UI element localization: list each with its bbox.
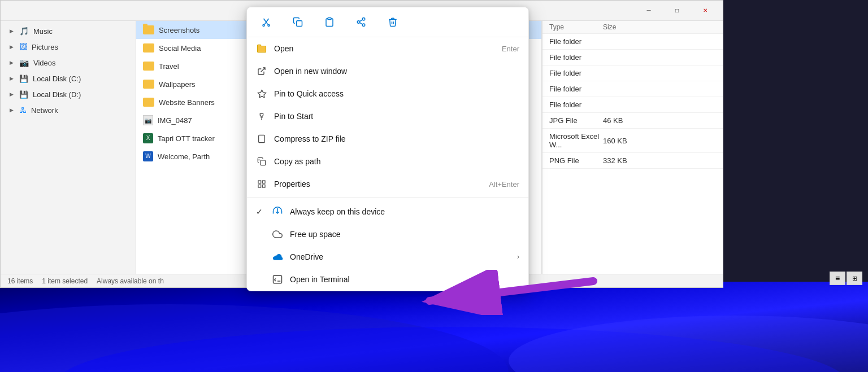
folder-label: Social Media — [159, 44, 201, 52]
chevron-icon: ▶ — [10, 60, 14, 65]
col-type: Type — [549, 23, 603, 31]
folder-label: Tapri OTT tracker — [158, 134, 215, 143]
context-menu-separator — [247, 198, 528, 198]
chevron-icon: ▶ — [10, 76, 14, 81]
svg-point-5 — [357, 21, 360, 24]
ctx-pin-quick-label: Pin to Quick access — [274, 89, 519, 98]
file-list-header: Type Size — [542, 21, 723, 34]
file-row[interactable]: File folder — [542, 97, 723, 113]
selected-count: 1 item selected — [42, 277, 88, 285]
context-menu-toolbar — [247, 7, 528, 37]
copy-path-icon — [256, 156, 267, 167]
file-row[interactable]: File folder — [542, 34, 723, 50]
file-type: File folder — [549, 53, 603, 62]
file-type: PNG File — [549, 156, 603, 165]
close-button[interactable]: ✕ — [692, 2, 718, 20]
ctx-item-pin-start[interactable]: Pin to Start — [247, 105, 528, 128]
sidebar-item-network[interactable]: ▶ 🖧 Network — [1, 102, 136, 118]
folder-label: Wallpapers — [159, 80, 196, 89]
doc-file-icon: W — [143, 151, 153, 161]
minimize-button[interactable]: ─ — [636, 2, 662, 20]
file-row[interactable]: File folder — [542, 81, 723, 97]
svg-point-6 — [362, 24, 365, 27]
list-view-button[interactable]: ≡ — [830, 272, 845, 285]
file-size: 160 KB — [603, 137, 671, 145]
items-count: 16 items — [7, 277, 33, 285]
svg-line-8 — [359, 20, 362, 21]
folder-icon — [143, 98, 154, 107]
ctx-always-keep-label: Always keep on this device — [290, 207, 519, 216]
ctx-free-up-label: Free up space — [290, 230, 519, 239]
sidebar-item-videos[interactable]: ▶ 📷 Videos — [1, 55, 136, 71]
ctx-onedrive-label: OneDrive — [290, 252, 510, 261]
ctx-item-open-new-window[interactable]: Open in new window — [247, 60, 528, 82]
file-size: 46 KB — [603, 116, 671, 125]
file-row[interactable]: JPG File46 KB — [542, 113, 723, 129]
file-type: Microsoft Excel W... — [549, 132, 603, 149]
paste-button[interactable] — [319, 12, 340, 32]
open-folder-icon — [256, 43, 267, 54]
sidebar-item-label: Music — [33, 27, 53, 36]
ctx-item-compress-zip[interactable]: Compress to ZIP file — [247, 128, 528, 150]
ctx-item-onedrive[interactable]: OneDrive › — [247, 246, 528, 268]
svg-rect-20 — [258, 185, 261, 187]
disk-d-icon: 💾 — [19, 90, 28, 99]
file-row[interactable]: PNG File332 KB — [542, 153, 723, 169]
ctx-item-open[interactable]: Open Enter — [247, 37, 528, 60]
sidebar-item-music[interactable]: ▶ 🎵 Music — [1, 23, 136, 39]
network-icon: 🖧 — [19, 106, 27, 115]
folder-icon — [143, 43, 154, 52]
delete-button[interactable] — [383, 12, 403, 32]
image-file-icon: 📷 — [143, 115, 153, 125]
details-view-button[interactable]: ⊞ — [847, 272, 862, 285]
ctx-item-pin-quick-access[interactable]: Pin to Quick access — [247, 82, 528, 105]
svg-line-9 — [261, 68, 265, 72]
cloud-check-icon — [272, 206, 283, 217]
ctx-properties-label: Properties — [274, 180, 482, 189]
ctx-item-properties[interactable]: Properties Alt+Enter — [247, 173, 528, 195]
ctx-item-always-keep[interactable]: ✓ Always keep on this device — [247, 200, 528, 223]
submenu-arrow-icon: › — [517, 253, 519, 261]
col-size: Size — [603, 23, 671, 31]
ctx-properties-shortcut: Alt+Enter — [489, 180, 519, 189]
folder-icon — [143, 62, 154, 71]
ctx-item-free-up-space[interactable]: Free up space — [247, 223, 528, 246]
ctx-item-copy-path[interactable]: Copy as path — [247, 150, 528, 173]
copy-button[interactable] — [288, 12, 308, 32]
svg-line-7 — [359, 23, 362, 24]
annotation-arrow — [384, 270, 599, 317]
chevron-icon: ▶ — [10, 107, 14, 113]
folder-label: Screenshots — [159, 26, 199, 34]
music-folder-icon: 🎵 — [19, 27, 29, 36]
sidebar-item-local-c[interactable]: ▶ 💾 Local Disk (C:) — [1, 71, 136, 86]
pictures-folder-icon: 🖼 — [19, 42, 27, 51]
folder-label: Website Banners — [159, 98, 215, 107]
share-button[interactable] — [351, 12, 371, 32]
context-menu: Open Enter Open in new window Pin to Qui… — [246, 7, 529, 291]
properties-icon — [256, 178, 267, 190]
file-row[interactable]: Microsoft Excel W...160 KB — [542, 129, 723, 153]
sidebar-item-label: Network — [31, 106, 58, 115]
svg-marker-10 — [258, 90, 266, 97]
videos-folder-icon: 📷 — [19, 58, 29, 67]
zip-icon — [256, 133, 267, 145]
maximize-button[interactable]: □ — [664, 2, 690, 20]
sidebar-item-label: Pictures — [32, 43, 58, 51]
onedrive-icon — [272, 251, 283, 262]
file-row[interactable]: File folder — [542, 50, 723, 65]
chevron-icon: ▶ — [10, 44, 14, 50]
sidebar-item-pictures[interactable]: ▶ 🖼 Pictures — [1, 39, 136, 55]
folder-icon — [143, 80, 154, 89]
availability-status: Always available on th — [97, 277, 164, 285]
ctx-copy-path-label: Copy as path — [274, 157, 519, 166]
file-type: File folder — [549, 85, 603, 93]
excel-file-icon: X — [143, 133, 153, 143]
file-row[interactable]: File folder — [542, 65, 723, 81]
file-type: JPG File — [549, 116, 603, 125]
checkmark-icon: ✓ — [256, 207, 265, 216]
sidebar-item-local-d[interactable]: ▶ 💾 Local Disk (D:) — [1, 86, 136, 102]
svg-rect-15 — [261, 160, 266, 165]
sidebar: ▶ 🎵 Music ▶ 🖼 Pictures ▶ 📷 Videos ▶ 💾 Lo… — [1, 21, 136, 274]
cut-button[interactable] — [256, 12, 276, 32]
file-type: File folder — [549, 37, 603, 46]
